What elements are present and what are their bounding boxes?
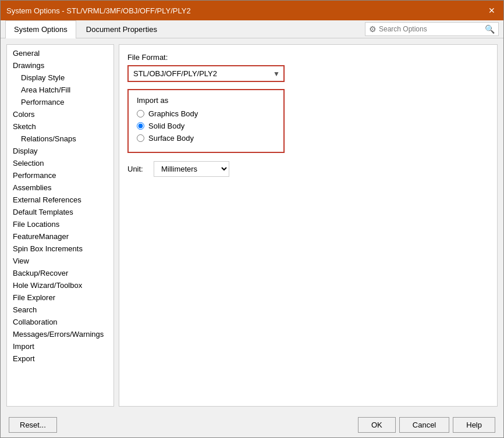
sidebar-item-colors[interactable]: Colors bbox=[7, 108, 113, 120]
tabs-left: System Options Document Properties bbox=[5, 20, 167, 38]
sidebar-item-display-style[interactable]: Display Style bbox=[7, 72, 113, 84]
reset-button[interactable]: Reset... bbox=[9, 417, 57, 433]
file-format-dropdown[interactable]: STL/OBJ/OFF/PLY/PLY2 STL/VRML/3MF/OBJ/OF… bbox=[127, 65, 285, 82]
sidebar-item-relations-snaps[interactable]: Relations/Snaps bbox=[7, 133, 113, 145]
sidebar-item-display[interactable]: Display bbox=[7, 145, 113, 157]
sidebar-item-general[interactable]: General bbox=[7, 47, 113, 59]
tabs-bar: System Options Document Properties ⚙ 🔍 bbox=[1, 20, 503, 38]
radio-graphics-body-label: Graphics Body bbox=[148, 109, 198, 118]
unit-dropdown[interactable]: Millimeters Inches Meters Centimeters Fe… bbox=[154, 161, 229, 177]
sidebar-item-feature-manager[interactable]: FeatureManager bbox=[7, 230, 113, 243]
main-content: File Format: STL/OBJ/OFF/PLY/PLY2 STL/VR… bbox=[119, 44, 498, 407]
sidebar-item-collaboration[interactable]: Collaboration bbox=[7, 316, 113, 328]
ok-button[interactable]: OK bbox=[358, 417, 396, 433]
search-icon[interactable]: 🔍 bbox=[485, 24, 495, 34]
sidebar-item-selection[interactable]: Selection bbox=[7, 157, 113, 169]
sidebar-item-sketch[interactable]: Sketch bbox=[7, 120, 113, 133]
radio-surface-body-label: Surface Body bbox=[148, 134, 194, 143]
sidebar-item-external-references[interactable]: External References bbox=[7, 194, 113, 206]
gear-icon: ⚙ bbox=[369, 24, 377, 34]
search-bar: ⚙ 🔍 bbox=[365, 22, 499, 36]
radio-graphics-body-input[interactable] bbox=[137, 110, 144, 117]
radio-solid-body-input[interactable] bbox=[137, 122, 144, 130]
cancel-button[interactable]: Cancel bbox=[399, 417, 449, 433]
file-format-dropdown-wrapper: STL/OBJ/OFF/PLY/PLY2 STL/VRML/3MF/OBJ/OF… bbox=[127, 65, 285, 82]
import-as-title: Import as bbox=[137, 96, 275, 105]
help-button[interactable]: Help bbox=[453, 417, 495, 433]
tab-system-options[interactable]: System Options bbox=[5, 20, 76, 38]
title-bar: System Options - STL/VRML/3MF/OBJ/OFF/PL… bbox=[1, 1, 503, 20]
unit-row: Unit: Millimeters Inches Meters Centimet… bbox=[127, 161, 489, 177]
unit-label: Unit: bbox=[127, 165, 148, 173]
sidebar-item-export[interactable]: Export bbox=[7, 352, 113, 365]
sidebar-item-drawings[interactable]: Drawings bbox=[7, 59, 113, 72]
dialog-buttons: OK Cancel Help bbox=[358, 417, 495, 433]
window-title: System Options - STL/VRML/3MF/OBJ/OFF/PL… bbox=[6, 6, 191, 15]
sidebar-item-file-explorer[interactable]: File Explorer bbox=[7, 291, 113, 304]
sidebar-item-file-locations[interactable]: File Locations bbox=[7, 218, 113, 230]
radio-graphics-body[interactable]: Graphics Body bbox=[137, 109, 275, 118]
sidebar-item-performance-sub[interactable]: Performance bbox=[7, 96, 113, 108]
radio-surface-body[interactable]: Surface Body bbox=[137, 134, 275, 143]
dialog-window: System Options - STL/VRML/3MF/OBJ/OFF/PL… bbox=[0, 0, 504, 438]
sidebar-item-performance[interactable]: Performance bbox=[7, 169, 113, 181]
sidebar-item-backup-recover[interactable]: Backup/Recover bbox=[7, 267, 113, 279]
sidebar-item-default-templates[interactable]: Default Templates bbox=[7, 206, 113, 218]
close-button[interactable]: ✕ bbox=[486, 5, 498, 16]
radio-surface-body-input[interactable] bbox=[137, 134, 144, 142]
search-input[interactable] bbox=[379, 25, 485, 33]
sidebar-item-import[interactable]: Import bbox=[7, 340, 113, 352]
sidebar: General Drawings Display Style Area Hatc… bbox=[6, 44, 114, 407]
sidebar-item-search[interactable]: Search bbox=[7, 304, 113, 316]
sidebar-item-view[interactable]: View bbox=[7, 255, 113, 267]
content-area: General Drawings Display Style Area Hatc… bbox=[1, 38, 503, 412]
sidebar-item-messages-errors[interactable]: Messages/Errors/Warnings bbox=[7, 328, 113, 340]
import-as-group: Import as Graphics Body Solid Body Surfa… bbox=[127, 89, 285, 153]
file-format-label: File Format: bbox=[127, 53, 489, 62]
radio-solid-body-label: Solid Body bbox=[148, 122, 184, 130]
sidebar-item-spin-box-increments[interactable]: Spin Box Increments bbox=[7, 243, 113, 255]
radio-solid-body[interactable]: Solid Body bbox=[137, 122, 275, 130]
tab-document-properties[interactable]: Document Properties bbox=[77, 20, 166, 38]
sidebar-item-assemblies[interactable]: Assemblies bbox=[7, 181, 113, 194]
bottom-bar: Reset... OK Cancel Help bbox=[1, 412, 503, 437]
sidebar-item-area-hatch[interactable]: Area Hatch/Fill bbox=[7, 84, 113, 96]
sidebar-item-hole-wizard[interactable]: Hole Wizard/Toolbox bbox=[7, 279, 113, 291]
